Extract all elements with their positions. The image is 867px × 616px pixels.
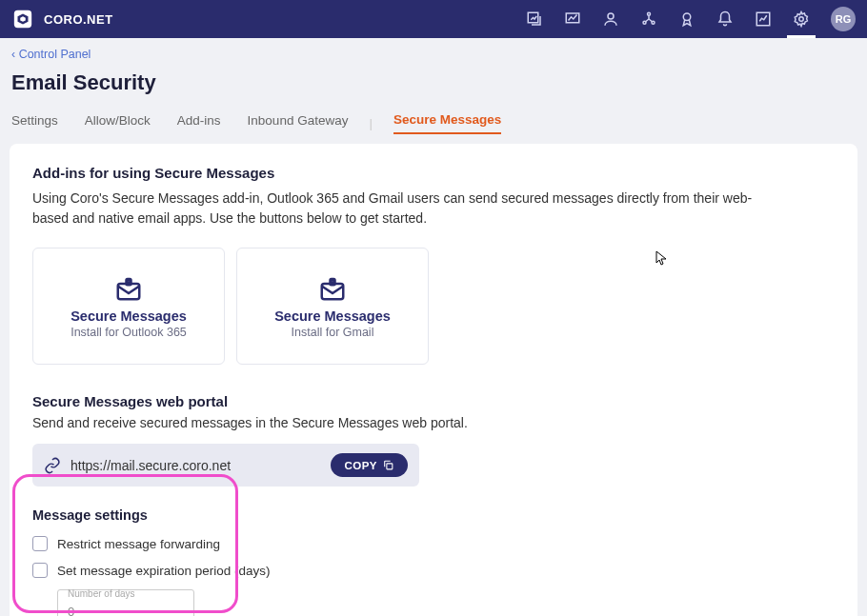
gear-icon[interactable]	[793, 10, 810, 28]
svg-point-14	[128, 280, 130, 282]
dashboard-icon[interactable]	[526, 10, 543, 28]
addin-title: Secure Messages	[71, 308, 187, 324]
award-icon[interactable]	[678, 10, 696, 28]
network-icon[interactable]	[640, 10, 657, 28]
tab-inbound-gateway[interactable]: Inbound Gateway	[248, 113, 349, 133]
bell-icon[interactable]	[716, 10, 734, 28]
addin-sub: Install for Gmail	[292, 326, 374, 339]
addins-title: Add-ins for using Secure Messages	[32, 165, 835, 181]
expiration-checkbox[interactable]	[32, 563, 48, 578]
days-input[interactable]	[68, 605, 184, 616]
addin-title: Secure Messages	[274, 308, 391, 324]
tab-allow-block[interactable]: Allow/Block	[85, 113, 151, 133]
url-box: https://mail.secure.coro.net COPY	[32, 444, 419, 487]
breadcrumb[interactable]: ‹ Control Panel	[0, 38, 867, 67]
addin-sub: Install for Outlook 365	[71, 326, 187, 339]
msg-settings-title: Message settings	[32, 507, 835, 523]
copy-icon	[382, 459, 394, 471]
monitor-icon[interactable]	[564, 10, 581, 28]
portal-title: Secure Messages web portal	[32, 393, 835, 409]
tab-secure-messages[interactable]: Secure Messages	[393, 112, 501, 134]
svg-point-6	[648, 12, 651, 15]
url-left: https://mail.secure.coro.net	[44, 457, 231, 474]
user-icon[interactable]	[602, 10, 619, 28]
main-panel: Add-ins for using Secure Messages Using …	[10, 144, 857, 616]
restrict-checkbox[interactable]	[32, 536, 48, 551]
brand-logo-icon	[11, 8, 34, 30]
portal-desc: Send and receive secured messages in the…	[32, 415, 835, 430]
message-settings: Message settings Restrict message forwar…	[32, 502, 835, 616]
brand-text: CORO.NET	[44, 12, 113, 27]
addins-row: Secure Messages Install for Outlook 365 …	[32, 248, 835, 365]
svg-point-9	[683, 13, 691, 21]
restrict-label: Restrict message forwarding	[57, 537, 220, 551]
secure-mail-icon	[114, 274, 143, 303]
tab-settings[interactable]: Settings	[11, 113, 58, 133]
addin-card-outlook[interactable]: Secure Messages Install for Outlook 365	[32, 248, 225, 365]
chart-icon[interactable]	[755, 10, 772, 28]
restrict-row: Restrict message forwarding	[32, 536, 835, 551]
days-field: Number of days	[57, 589, 194, 616]
link-icon	[44, 457, 61, 474]
svg-rect-18	[387, 464, 393, 469]
copy-label: COPY	[344, 460, 377, 471]
expiration-row: Set message expiration period (days)	[32, 563, 835, 578]
expiration-label: Set message expiration period (days)	[57, 564, 271, 578]
tab-divider: |	[369, 116, 373, 130]
tab-addins[interactable]: Add-ins	[177, 113, 221, 133]
svg-point-11	[799, 17, 804, 22]
brand-area: CORO.NET	[11, 8, 113, 30]
addins-desc: Using Coro's Secure Messages add-in, Out…	[32, 189, 756, 229]
addin-card-gmail[interactable]: Secure Messages Install for Gmail	[236, 248, 429, 365]
top-bar: CORO.NET RG	[0, 0, 867, 38]
copy-button[interactable]: COPY	[331, 453, 408, 477]
svg-point-5	[608, 13, 614, 19]
page-title: Email Security	[0, 67, 867, 112]
svg-point-17	[332, 280, 333, 282]
topbar-actions: RG	[526, 7, 856, 31]
avatar[interactable]: RG	[831, 7, 856, 31]
days-label: Number of days	[66, 588, 137, 599]
tabs: Settings Allow/Block Add-ins Inbound Gat…	[0, 112, 867, 144]
secure-mail-icon	[318, 274, 347, 303]
portal-url: https://mail.secure.coro.net	[71, 458, 231, 473]
